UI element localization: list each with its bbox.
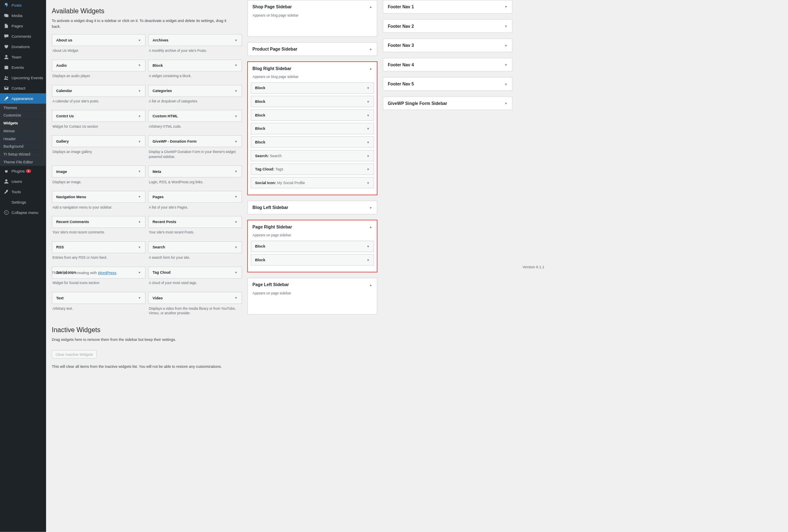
widget-desc: Add a navigation menu to your sidebar. — [52, 203, 145, 214]
page-icon — [3, 23, 9, 29]
widget-areas-column-1: Shop Page Sidebar▲Appears on blog page s… — [247, 0, 377, 374]
menu-media[interactable]: Media — [0, 10, 46, 21]
menu-collapse-menu[interactable]: Collapse menu — [0, 207, 46, 218]
submenu-theme-file-editor[interactable]: Theme File Editor — [0, 158, 46, 166]
widget-chip-head[interactable]: Text▼ — [52, 292, 145, 304]
widget-area-head[interactable]: Footer Nav 1▼ — [383, 0, 512, 13]
widget-area-head[interactable]: GiveWP Single Form Sidebar▼ — [383, 97, 512, 109]
widget-area-body[interactable]: Block▼Block▼Block▼Block▼Block▼Search: Se… — [248, 83, 377, 195]
submenu-themes[interactable]: Themes — [0, 104, 46, 112]
widget-chip-head[interactable]: Video▼ — [148, 292, 242, 304]
placed-widget[interactable]: Block▼ — [251, 254, 374, 265]
widget-chip-head[interactable]: Image▼ — [52, 165, 145, 177]
widget-chip-head[interactable]: Calendar▼ — [52, 85, 145, 97]
widget-area-head[interactable]: Blog Left Sidebar▼ — [248, 201, 377, 214]
chevron-down-icon: ▼ — [234, 245, 238, 249]
placed-widget[interactable]: Social Icon: My Social Profile▼ — [251, 177, 374, 188]
widget-area-head[interactable]: Page Left Sidebar▲ — [248, 278, 377, 291]
available-widget: Custom HTML▼Arbitrary HTML code. — [148, 110, 242, 133]
menu-pages[interactable]: Pages — [0, 21, 46, 31]
widget-area: Footer Nav 2▼ — [383, 19, 513, 33]
menu-donations[interactable]: Donations — [0, 41, 46, 52]
widget-chip-head[interactable]: Tag Cloud▼ — [148, 267, 242, 278]
submenu-menus[interactable]: Menus — [0, 127, 46, 135]
widget-chip-head[interactable]: Recent Posts▼ — [148, 216, 242, 228]
pin-icon — [3, 2, 9, 8]
widget-area-head[interactable]: Footer Nav 4▼ — [383, 58, 512, 71]
submenu-background[interactable]: Background — [0, 143, 46, 151]
menu-label: Settings — [12, 200, 26, 204]
submenu-header[interactable]: Header — [0, 135, 46, 143]
widget-area-body[interactable]: Block▼Block▼ — [248, 241, 377, 272]
menu-plugins[interactable]: Plugins1 — [0, 166, 46, 176]
widget-area-head[interactable]: Page Right Sidebar▲ — [248, 220, 377, 233]
sliders-icon — [3, 199, 9, 205]
placed-widget-label: Block — [255, 100, 265, 104]
widget-chip-head[interactable]: Custom HTML▼ — [148, 110, 242, 122]
widget-name: Custom HTML — [153, 114, 178, 118]
placed-widget[interactable]: Block▼ — [251, 109, 374, 121]
menu-settings[interactable]: Settings — [0, 197, 46, 207]
chevron-down-icon: ▼ — [369, 47, 372, 51]
widget-chip-head[interactable]: About us▼ — [52, 34, 145, 46]
menu-comments[interactable]: Comments — [0, 31, 46, 41]
widget-name: Meta — [153, 169, 161, 173]
widget-area-head[interactable]: Blog Right Sidebar▲ — [248, 62, 377, 75]
placed-widget-label: Block — [255, 258, 265, 262]
main-content: Available Widgets To activate a widget d… — [46, 0, 547, 532]
placed-widget[interactable]: Block▼ — [251, 123, 374, 134]
submenu-ti-setup-wizard[interactable]: TI Setup Wizard — [0, 151, 46, 158]
widget-chip-head[interactable]: Meta▼ — [148, 165, 242, 177]
widget-chip-head[interactable]: Audio▼ — [52, 60, 145, 71]
submenu-widgets[interactable]: Widgets — [0, 119, 46, 127]
widget-chip-head[interactable]: Contct Us▼ — [52, 110, 145, 122]
widget-area-head[interactable]: Product Page Sidebar▼ — [248, 43, 377, 56]
widget-chip-head[interactable]: Search▼ — [148, 241, 242, 253]
calendar-icon — [3, 65, 9, 70]
widget-chip-head[interactable]: Pages▼ — [148, 191, 242, 202]
widget-chip-head[interactable]: Block▼ — [148, 60, 242, 71]
widget-name: Video — [153, 296, 162, 300]
widget-chip-head[interactable]: GiveWP - Donation Form▼ — [148, 136, 242, 147]
widget-chip-head[interactable]: Archives▼ — [148, 34, 242, 46]
placed-widget[interactable]: Block▼ — [251, 96, 374, 107]
chevron-down-icon: ▼ — [504, 102, 508, 105]
menu-team[interactable]: Team — [0, 52, 46, 62]
widget-chip-head[interactable]: Recent Comments▼ — [52, 216, 145, 228]
wordpress-link[interactable]: WordPress — [98, 271, 116, 275]
placed-widget[interactable]: Search: Search▼ — [251, 150, 374, 161]
menu-tools[interactable]: Tools — [0, 187, 46, 197]
clear-inactive-button[interactable]: Clear Inactive Widgets — [52, 350, 97, 358]
widget-area-title: Product Page Sidebar — [252, 47, 297, 52]
widget-area-head[interactable]: Footer Nav 2▼ — [383, 19, 512, 32]
placed-widget[interactable]: Block▼ — [251, 241, 374, 252]
menu-events[interactable]: Events — [0, 62, 46, 73]
widget-desc: Widget for Social icons section — [52, 279, 145, 289]
placed-widget[interactable]: Block▼ — [251, 136, 374, 148]
widget-chip-head[interactable]: RSS▼ — [52, 241, 145, 253]
widget-chip-head[interactable]: Gallery▼ — [52, 136, 145, 147]
menu-appearance[interactable]: Appearance — [0, 93, 46, 104]
menu-users[interactable]: Users — [0, 176, 46, 187]
widget-area-head[interactable]: Shop Page Sidebar▲ — [248, 0, 377, 13]
widget-chip-head[interactable]: Navigation Menu▼ — [52, 191, 145, 202]
placed-widget[interactable]: Tag Cloud: Tags▼ — [251, 163, 374, 175]
widget-area-body[interactable] — [248, 299, 377, 314]
available-widgets-desc: To activate a widget drag it to a sideba… — [52, 18, 230, 29]
menu-posts[interactable]: Posts — [0, 0, 46, 10]
widget-chip-head[interactable]: Categories▼ — [148, 85, 242, 97]
widget-area-body[interactable] — [248, 21, 377, 36]
chevron-down-icon: ▼ — [366, 100, 370, 103]
version-label: Version 6.1.1 — [523, 265, 545, 269]
widget-area-title: Blog Left Sidebar — [252, 205, 288, 210]
menu-upcoming-events[interactable]: Upcoming Events — [0, 73, 46, 83]
admin-sidebar: PostsMediaPagesCommentsDonationsTeamEven… — [0, 0, 46, 532]
available-widget: Meta▼Login, RSS, & WordPress.org links. — [148, 165, 242, 188]
widget-area-head[interactable]: Footer Nav 5▼ — [383, 78, 512, 90]
placed-widget[interactable]: Block▼ — [251, 83, 374, 94]
submenu-customize[interactable]: Customize — [0, 112, 46, 119]
available-widget: Search▼A search form for your site. — [148, 241, 242, 264]
menu-contact[interactable]: Contact — [0, 83, 46, 93]
widget-area-title: Footer Nav 1 — [388, 4, 414, 9]
widget-area-head[interactable]: Footer Nav 3▼ — [383, 39, 512, 52]
